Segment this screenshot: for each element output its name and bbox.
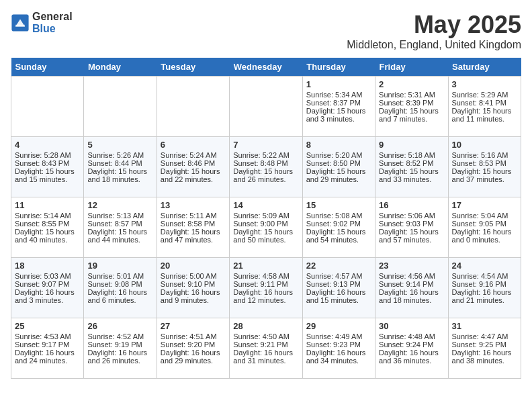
cell-info-line: Sunset: 9:25 PM [452,340,517,349]
calendar-cell: 3Sunrise: 5:29 AMSunset: 8:41 PMDaylight… [448,77,521,137]
cell-info-line: Sunset: 9:21 PM [233,340,298,349]
cell-info-line: and 38 minutes. [452,357,517,365]
cell-info-line: Sunrise: 5:03 AM [15,272,80,280]
cell-info-line: Daylight: 15 hours [452,167,517,175]
day-number: 2 [379,79,444,89]
logo-blue-text: Blue [32,23,73,35]
cell-info-line: and 36 minutes. [379,357,444,365]
day-number: 3 [452,79,517,89]
subtitle: Middleton, England, United Kingdom [347,39,521,51]
cell-info-line: Sunset: 9:03 PM [379,220,444,228]
calendar-cell: 13Sunrise: 5:11 AMSunset: 8:58 PMDayligh… [157,197,229,258]
cell-info-line: Sunset: 8:57 PM [87,220,152,228]
cell-info-line: Daylight: 16 hours [306,349,371,357]
cell-info-line: and 29 minutes. [161,357,226,365]
week-row-4: 18Sunrise: 5:03 AMSunset: 9:07 PMDayligh… [11,258,521,318]
cell-info-line: Sunset: 9:10 PM [161,280,226,288]
cell-info-line: and 9 minutes. [161,296,226,304]
cell-info-line: Daylight: 16 hours [452,288,517,296]
calendar-cell: 28Sunrise: 4:50 AMSunset: 9:21 PMDayligh… [230,318,302,379]
day-number: 15 [306,200,371,210]
cell-info-line: and 3 minutes. [15,296,80,304]
cell-info-line: Sunrise: 4:54 AM [452,272,517,280]
cell-info-line: Sunrise: 4:50 AM [233,332,298,340]
cell-info-line: Daylight: 16 hours [161,288,226,296]
main-title: May 2025 [347,11,521,39]
cell-info-line: Daylight: 16 hours [15,349,80,357]
day-number: 23 [379,261,444,271]
day-number: 21 [233,261,298,271]
cell-info-line: and 31 minutes. [233,357,298,365]
cell-info-line: Sunset: 8:55 PM [15,220,80,228]
cell-info-line: Sunset: 9:23 PM [306,340,371,349]
day-number: 8 [306,140,371,150]
calendar-cell: 11Sunrise: 5:14 AMSunset: 8:55 PMDayligh… [11,197,84,258]
cell-info-line: and 50 minutes. [233,236,298,244]
calendar-cell: 31Sunrise: 4:47 AMSunset: 9:25 PMDayligh… [448,318,521,379]
cell-info-line: and 33 minutes. [379,175,444,183]
cell-info-line: Daylight: 16 hours [233,288,298,296]
cell-info-line: Daylight: 15 hours [379,167,444,175]
cell-info-line: Daylight: 16 hours [306,288,371,296]
day-header-thursday: Thursday [302,58,375,77]
day-number: 25 [15,321,80,331]
cell-info-line: Sunrise: 5:29 AM [452,91,517,99]
day-number: 28 [233,321,298,331]
cell-info-line: and 6 minutes. [87,296,152,304]
calendar-cell: 26Sunrise: 4:52 AMSunset: 9:19 PMDayligh… [84,318,157,379]
calendar-cell: 14Sunrise: 5:09 AMSunset: 9:00 PMDayligh… [230,197,302,258]
calendar-cell: 20Sunrise: 5:00 AMSunset: 9:10 PMDayligh… [157,258,229,318]
day-number: 6 [161,140,226,150]
day-number: 12 [87,200,152,210]
cell-info-line: and 37 minutes. [452,175,517,183]
day-number: 11 [15,200,80,210]
cell-info-line: and 57 minutes. [379,236,444,244]
calendar-cell: 10Sunrise: 5:16 AMSunset: 8:53 PMDayligh… [448,137,521,197]
cell-info-line: Daylight: 15 hours [233,228,298,236]
day-number: 18 [15,261,80,271]
cell-info-line: Daylight: 16 hours [87,288,152,296]
calendar-cell: 19Sunrise: 5:01 AMSunset: 9:08 PMDayligh… [84,258,157,318]
cell-info-line: Sunrise: 5:16 AM [452,151,517,159]
day-number: 31 [452,321,517,331]
cell-info-line: Daylight: 15 hours [379,107,444,115]
cell-info-line: Daylight: 15 hours [452,107,517,115]
day-header-wednesday: Wednesday [230,58,302,77]
calendar-cell: 9Sunrise: 5:18 AMSunset: 8:52 PMDaylight… [375,137,448,197]
cell-info-line: Sunset: 9:17 PM [15,340,80,349]
cell-info-line: Sunset: 8:53 PM [452,159,517,167]
cell-info-line: and 15 minutes. [15,175,80,183]
cell-info-line: Daylight: 15 hours [306,228,371,236]
cell-info-line: Daylight: 16 hours [87,349,152,357]
cell-info-line: and 22 minutes. [161,175,226,183]
cell-info-line: Sunrise: 5:24 AM [161,151,226,159]
day-header-friday: Friday [375,58,448,77]
cell-info-line: and 3 minutes. [306,115,371,123]
cell-info-line: Sunrise: 4:51 AM [161,332,226,340]
calendar-cell: 2Sunrise: 5:31 AMSunset: 8:39 PMDaylight… [375,77,448,137]
cell-info-line: Sunset: 8:50 PM [306,159,371,167]
cell-info-line: and 15 minutes. [306,296,371,304]
calendar-cell [230,77,302,137]
calendar-cell: 27Sunrise: 4:51 AMSunset: 9:20 PMDayligh… [157,318,229,379]
calendar-cell: 12Sunrise: 5:13 AMSunset: 8:57 PMDayligh… [84,197,157,258]
cell-info-line: Daylight: 15 hours [87,228,152,236]
day-header-monday: Monday [84,58,157,77]
week-row-3: 11Sunrise: 5:14 AMSunset: 8:55 PMDayligh… [11,197,521,258]
cell-info-line: Sunrise: 5:18 AM [379,151,444,159]
cell-info-line: and 12 minutes. [233,296,298,304]
cell-info-line: Daylight: 15 hours [379,228,444,236]
cell-info-line: and 18 minutes. [379,296,444,304]
calendar-cell: 6Sunrise: 5:24 AMSunset: 8:46 PMDaylight… [157,137,229,197]
cell-info-line: Sunrise: 5:14 AM [15,212,80,220]
cell-info-line: Sunrise: 4:49 AM [306,332,371,340]
cell-info-line: Sunrise: 4:57 AM [306,272,371,280]
day-number: 20 [161,261,226,271]
day-number: 24 [452,261,517,271]
calendar-cell [11,77,84,137]
cell-info-line: and 47 minutes. [161,236,226,244]
day-number: 16 [379,200,444,210]
calendar-cell: 17Sunrise: 5:04 AMSunset: 9:05 PMDayligh… [448,197,521,258]
day-number: 29 [306,321,371,331]
calendar-table: SundayMondayTuesdayWednesdayThursdayFrid… [11,58,521,379]
